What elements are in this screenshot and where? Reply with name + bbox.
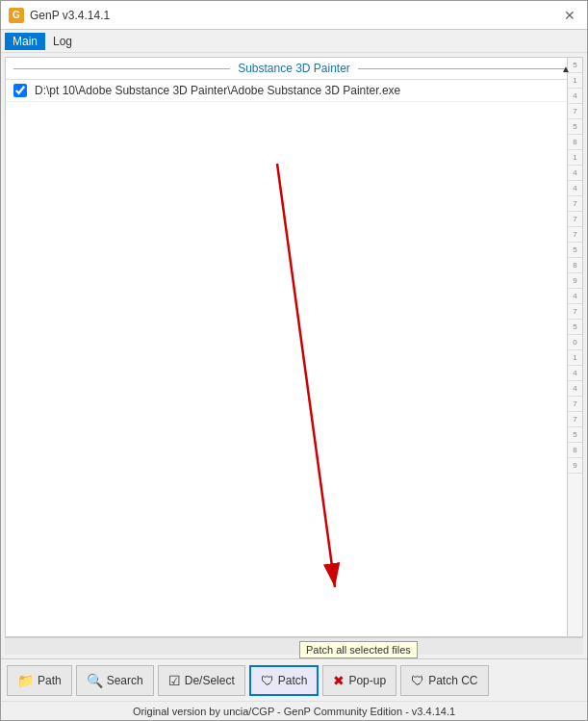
popup-label: Pop-up <box>348 674 386 687</box>
path-icon: 📁 <box>17 673 34 688</box>
file-checkbox[interactable] <box>13 84 27 97</box>
patch-cc-label: Patch CC <box>428 674 477 687</box>
sidebar-num-20: 4 <box>568 366 582 381</box>
menu-main[interactable]: Main <box>5 33 45 50</box>
sidebar-num-26: 9 <box>568 458 582 474</box>
sidebar-num-2: 4 <box>568 89 582 104</box>
deselect-button[interactable]: ☑ De/Select <box>158 665 245 696</box>
search-label: Search <box>107 674 143 687</box>
sidebar-num-19: 1 <box>568 350 582 366</box>
patch-button[interactable]: 🛡 Patch <box>249 665 320 696</box>
sidebar-num-14: 9 <box>568 273 582 289</box>
sidebar-num-15: 4 <box>568 289 582 304</box>
status-bar <box>5 637 583 655</box>
main-window: G GenP v3.4.14.1 ✕ Main Log Substance 3D… <box>0 0 588 721</box>
sidebar-num-21: 4 <box>568 381 582 397</box>
sidebar-num-13: 8 <box>568 258 582 273</box>
footer-text: Original version by uncia/CGP - GenP Com… <box>133 706 455 717</box>
sidebar-num-24: 5 <box>568 427 582 443</box>
patch-label: Patch <box>278 674 308 687</box>
close-button[interactable]: ✕ <box>560 6 579 25</box>
menu-log[interactable]: Log <box>45 33 80 50</box>
sidebar-num-16: 7 <box>568 304 582 320</box>
patch-cc-button[interactable]: 🛡 Patch CC <box>400 665 488 696</box>
window-title: GenP v3.4.14.1 <box>30 9 110 22</box>
sidebar-num-4: 5 <box>568 119 582 135</box>
deselect-label: De/Select <box>185 674 235 687</box>
section-header: Substance 3D Painter ▲ <box>6 58 582 80</box>
footer: Original version by uncia/CGP - GenP Com… <box>1 701 587 720</box>
patch-icon: 🛡 <box>261 673 274 688</box>
app-icon: G <box>9 8 24 23</box>
sidebar-num-3: 7 <box>568 104 582 119</box>
path-button[interactable]: 📁 Path <box>7 665 72 696</box>
sidebar-num-6: 1 <box>568 150 582 166</box>
right-sidebar: 5 1 4 7 5 8 1 4 4 7 7 7 5 8 9 4 7 5 0 1 <box>567 58 582 636</box>
sidebar-num-17: 5 <box>568 320 582 335</box>
sidebar-num-23: 7 <box>568 412 582 427</box>
sidebar-num-7: 4 <box>568 166 582 181</box>
sidebar-num-12: 5 <box>568 243 582 258</box>
search-button[interactable]: 🔍 Search <box>76 665 154 696</box>
deselect-icon: ☑ <box>168 673 181 688</box>
button-bar: 📁 Path 🔍 Search ☑ De/Select 🛡 Patch ✖ Po… <box>1 658 587 701</box>
popup-icon: ✖ <box>333 673 345 688</box>
file-path: D:\pt 10\Adobe Substance 3D Painter\Adob… <box>35 84 400 97</box>
sidebar-num-22: 7 <box>568 397 582 412</box>
sidebar-num-11: 7 <box>568 227 582 243</box>
menu-bar: Main Log <box>1 30 587 53</box>
sidebar-num-18: 0 <box>568 335 582 350</box>
patch-cc-icon: 🛡 <box>411 673 424 688</box>
sidebar-num-10: 7 <box>568 212 582 227</box>
main-content: Substance 3D Painter ▲ D:\pt 10\Adobe Su… <box>1 53 587 658</box>
list-item: D:\pt 10\Adobe Substance 3D Painter\Adob… <box>6 80 582 102</box>
sidebar-num-8: 4 <box>568 181 582 196</box>
sidebar-num-25: 8 <box>568 443 582 458</box>
search-icon: 🔍 <box>87 673 103 688</box>
svg-line-1 <box>277 164 335 587</box>
collapse-icon[interactable]: ▲ <box>561 64 571 74</box>
popup-button[interactable]: ✖ Pop-up <box>322 665 396 696</box>
path-label: Path <box>38 674 62 687</box>
section-title: Substance 3D Painter <box>230 62 358 75</box>
sidebar-num-5: 8 <box>568 135 582 150</box>
title-bar-left: G GenP v3.4.14.1 <box>9 8 110 23</box>
title-bar: G GenP v3.4.14.1 ✕ <box>1 1 587 30</box>
sidebar-num-9: 7 <box>568 196 582 212</box>
arrow-indicator <box>6 116 582 635</box>
sidebar-num-1: 1 <box>568 73 582 89</box>
file-list-container[interactable]: Substance 3D Painter ▲ D:\pt 10\Adobe Su… <box>5 57 583 637</box>
